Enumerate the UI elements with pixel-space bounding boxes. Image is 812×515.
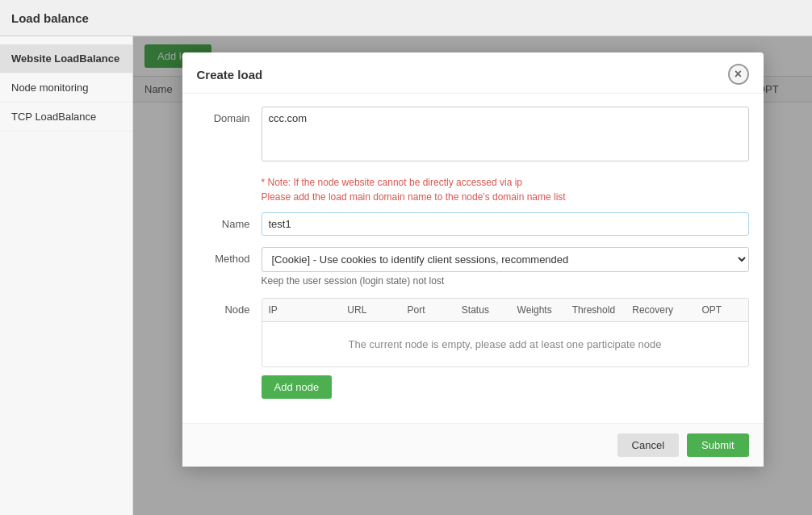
modal-title: Create load xyxy=(197,68,263,82)
node-control: IP URL Port Status Weights Threshold Rec… xyxy=(262,298,749,399)
app-layout: Website LoadBalance Node monitoring TCP … xyxy=(0,36,812,515)
node-col-status: Status xyxy=(446,304,504,316)
node-table: IP URL Port Status Weights Threshold Rec… xyxy=(262,298,749,367)
modal-header: Create load × xyxy=(182,52,764,94)
node-table-header: IP URL Port Status Weights Threshold Rec… xyxy=(262,299,748,322)
sidebar-item-tcp-loadbalance[interactable]: TCP LoadBalance xyxy=(0,103,132,132)
add-node-button[interactable]: Add node xyxy=(262,375,333,399)
method-hint: Keep the user session (login state) not … xyxy=(262,275,749,287)
node-table-empty: The current node is empty, please add at… xyxy=(262,322,748,366)
node-col-threshold: Threshold xyxy=(564,304,623,316)
name-input[interactable] xyxy=(262,212,749,236)
main-content: Add load Name WebSite Node Requests Erro… xyxy=(133,36,812,515)
node-row: Node IP URL Port Status Weights Threshol… xyxy=(197,298,749,399)
method-row: Method [Cookie] - Use cookies to identif… xyxy=(197,247,749,287)
node-col-url: URL xyxy=(328,304,387,316)
node-col-weights: Weights xyxy=(505,304,564,316)
node-col-opt: OPT xyxy=(682,304,741,316)
name-label: Name xyxy=(197,212,262,230)
domain-control xyxy=(262,107,749,164)
sidebar-item-node-monitoring[interactable]: Node monitoring xyxy=(0,73,132,103)
cancel-button[interactable]: Cancel xyxy=(617,433,679,457)
sidebar-item-website-loadbalance[interactable]: Website LoadBalance xyxy=(0,44,132,73)
app-title: Load balance xyxy=(11,11,89,25)
method-select[interactable]: [Cookie] - Use cookies to identify clien… xyxy=(262,247,749,272)
method-label: Method xyxy=(197,247,262,265)
name-row: Name xyxy=(197,212,749,236)
node-col-ip: IP xyxy=(269,304,328,316)
modal-body: Domain * Note: If the node website canno… xyxy=(182,94,764,423)
domain-label: Domain xyxy=(197,107,262,124)
modal-footer: Cancel Submit xyxy=(182,423,764,467)
modal-backdrop: Create load × Domain * Note: If the node xyxy=(133,36,812,515)
method-control: [Cookie] - Use cookies to identify clien… xyxy=(262,247,749,287)
submit-button[interactable]: Submit xyxy=(687,433,748,457)
title-bar: Load balance xyxy=(0,0,812,36)
modal-close-button[interactable]: × xyxy=(728,64,749,85)
node-col-port: Port xyxy=(387,304,446,316)
name-control xyxy=(262,212,749,236)
sidebar: Website LoadBalance Node monitoring TCP … xyxy=(0,36,133,515)
create-load-modal: Create load × Domain * Note: If the node xyxy=(182,52,764,467)
node-label: Node xyxy=(197,298,262,316)
note-text: * Note: If the node website cannot be di… xyxy=(197,175,749,204)
domain-textarea[interactable] xyxy=(262,107,749,161)
domain-row: Domain xyxy=(197,107,749,164)
node-col-recovery: Recovery xyxy=(623,304,682,316)
